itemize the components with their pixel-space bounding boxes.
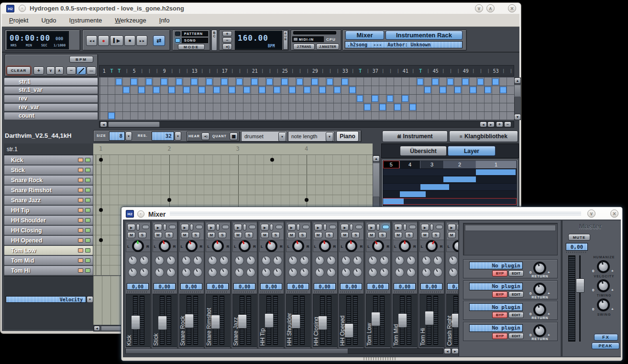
song-pattern-cell[interactable] (131, 78, 137, 85)
song-vscroll-down-button[interactable]: ▼ (514, 114, 521, 120)
song-pattern-cell[interactable] (342, 78, 348, 85)
song-pattern-cell[interactable] (289, 87, 296, 93)
fx-send-knob[interactable] (128, 268, 137, 277)
layer-bar[interactable] (400, 191, 426, 197)
song-pattern-cell[interactable] (402, 95, 408, 102)
layer-bar[interactable] (443, 176, 476, 182)
strip-mute-button[interactable]: M (287, 232, 296, 238)
velocity-dropdown-button[interactable]: ▼ (87, 296, 93, 303)
mixer-hscroll-thumb[interactable] (125, 348, 348, 354)
instrument-mute-button[interactable] (78, 178, 83, 182)
fx-return-knob[interactable] (533, 303, 546, 316)
pattern-grid-row[interactable] (93, 175, 373, 185)
instrument-mute-button[interactable] (78, 188, 83, 192)
move-pattern-up-button[interactable]: ∧ (55, 66, 64, 75)
clear-sequence-button[interactable]: CLEAR (7, 66, 31, 75)
layer-header-cell[interactable]: 5 (383, 161, 400, 168)
fx-send-knob[interactable] (262, 268, 271, 277)
fx-return-knob[interactable] (533, 324, 546, 337)
pan-knob[interactable] (399, 240, 411, 252)
fx-send-knob[interactable] (300, 268, 309, 277)
fx-send-knob[interactable] (235, 268, 244, 277)
song-right-right-button[interactable]: ► (487, 121, 495, 127)
strip-play-button[interactable]: ▶ (207, 224, 215, 231)
instrument-mute-button[interactable] (78, 198, 83, 202)
instrument-mute-button[interactable] (78, 258, 83, 263)
menu-item-projekt[interactable]: Projekt (9, 17, 28, 24)
fx-send-knob[interactable] (273, 268, 282, 277)
song-pattern-cell[interactable] (319, 87, 326, 93)
pan-knob[interactable] (345, 240, 357, 252)
song-pattern-cell[interactable] (327, 78, 333, 85)
strip-solo-button[interactable]: S (218, 232, 226, 238)
song-pattern-cell[interactable] (183, 87, 190, 93)
song-pattern-row-grid[interactable] (99, 112, 514, 121)
song-pattern-cell[interactable] (221, 78, 228, 85)
song-pattern-cell[interactable] (394, 104, 401, 110)
strip-pause-button[interactable] (376, 224, 380, 231)
fx-return-knob[interactable] (533, 283, 546, 296)
strip-solo-button[interactable]: S (272, 232, 280, 238)
humanize-velocity-knob[interactable] (597, 260, 610, 273)
fx-send-knob[interactable] (422, 268, 431, 277)
strip-solo-button[interactable]: S (138, 232, 146, 238)
song-zoom-out-button[interactable]: − (504, 121, 511, 127)
menu-item-info[interactable]: Info (159, 17, 170, 24)
song-pattern-cell[interactable] (116, 78, 122, 85)
master-mute-button[interactable]: MUTE (568, 234, 590, 241)
pan-knob[interactable] (426, 240, 438, 252)
fx-send-knob[interactable] (288, 256, 297, 265)
pan-knob[interactable] (372, 240, 384, 252)
song-hscroll-left-button[interactable]: ◄ (100, 121, 107, 127)
fx-send-knob[interactable] (342, 268, 351, 277)
song-pattern-cell[interactable] (236, 78, 243, 85)
move-pattern-down-button[interactable]: ∨ (46, 66, 55, 75)
strip-solo-button[interactable]: S (192, 232, 200, 238)
instrument-mute-button[interactable] (78, 208, 83, 212)
fx-send-knob[interactable] (422, 256, 431, 265)
song-pattern-row-label[interactable]: str.1 (4, 77, 98, 86)
song-pattern-cell[interactable] (161, 78, 167, 85)
strip-play-button[interactable]: ▶ (394, 224, 402, 231)
fx-send-knob[interactable] (208, 268, 217, 277)
mode-button[interactable]: MODE (178, 44, 205, 50)
size-dropdown-button[interactable]: ▼ (125, 132, 132, 141)
fx-send-knob[interactable] (407, 268, 416, 277)
master-fader-handle[interactable] (576, 278, 584, 293)
strip-play-button[interactable]: ▶ (448, 224, 456, 231)
layer-row[interactable] (383, 198, 517, 205)
shade-button[interactable]: ∨ (475, 4, 483, 12)
swing-knob[interactable] (597, 298, 610, 311)
instrument-rack-toggle-button[interactable]: Instrumenten Rack (386, 31, 463, 40)
song-pattern-cell[interactable] (153, 87, 160, 93)
song-pattern-cell[interactable] (447, 78, 454, 85)
note-dot[interactable] (305, 198, 308, 202)
strip-pause-button[interactable] (243, 224, 246, 231)
song-zoom-in-button[interactable]: + (496, 121, 503, 127)
new-pattern-button[interactable]: + (33, 66, 44, 75)
strip-pause-button[interactable] (163, 224, 166, 231)
strip-pause-button[interactable] (270, 224, 273, 231)
pan-knob[interactable] (239, 240, 251, 252)
strip-fader-handle[interactable] (344, 323, 353, 338)
song-pattern-row-grid[interactable] (99, 77, 514, 86)
song-pattern-cell[interactable] (274, 87, 280, 93)
layer-header-cell[interactable]: 3 (420, 161, 444, 168)
strip-pause-button[interactable] (190, 224, 193, 231)
fx-send-knob[interactable] (246, 268, 255, 277)
note-dot[interactable] (99, 208, 103, 212)
instrument-solo-button[interactable] (85, 228, 90, 232)
mixer-toggle-button[interactable]: Mixer (345, 31, 384, 40)
pattern-grid-row[interactable] (93, 155, 373, 165)
song-pattern-row-grid[interactable] (99, 103, 514, 112)
fx-send-knob[interactable] (327, 256, 336, 265)
song-vscroll-up-button[interactable]: ▲ (514, 77, 521, 84)
strip-play-button[interactable]: ▶ (127, 224, 135, 231)
fx-bypass-button[interactable]: BYP (492, 312, 507, 318)
song-pattern-cell[interactable] (349, 87, 356, 93)
song-pattern-cell[interactable] (417, 78, 424, 85)
song-pattern-cell[interactable] (432, 78, 439, 85)
note-dot[interactable] (99, 158, 103, 162)
song-pattern-cell[interactable] (243, 87, 250, 93)
fx-send-knob[interactable] (193, 268, 202, 277)
